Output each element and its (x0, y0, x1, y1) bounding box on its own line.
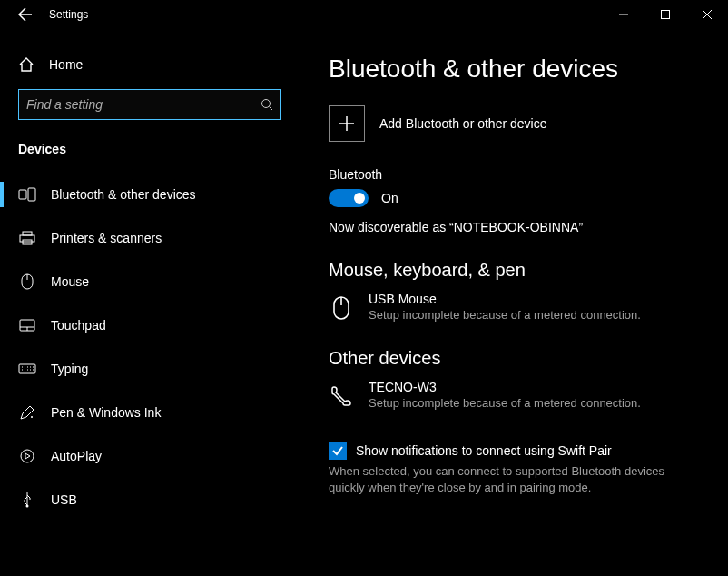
sidebar-item-autoplay[interactable]: AutoPlay (0, 434, 300, 478)
phone-icon (329, 380, 354, 412)
titlebar: Settings (0, 0, 728, 29)
sidebar-item-label: USB (51, 492, 77, 507)
pen-icon (18, 403, 36, 422)
sidebar-item-pen[interactable]: Pen & Windows Ink (0, 391, 300, 434)
sidebar-item-printers[interactable]: Printers & scanners (0, 216, 300, 260)
device-sub: Setup incomplete because of a metered co… (369, 308, 641, 322)
nav-list: Bluetooth & other devices Printers & sca… (0, 173, 300, 521)
group-title-mouse: Mouse, keyboard, & pen (329, 260, 699, 281)
minimize-icon (619, 10, 628, 19)
sidebar-item-label: AutoPlay (51, 449, 102, 463)
keyboard-icon (18, 360, 36, 378)
window-title: Settings (49, 8, 88, 21)
add-device-button[interactable]: Add Bluetooth or other device (329, 105, 699, 142)
plus-icon (329, 105, 365, 142)
device-row[interactable]: USB Mouse Setup incomplete because of a … (329, 292, 699, 324)
svg-rect-4 (23, 232, 32, 235)
sidebar-item-label: Mouse (51, 274, 89, 289)
printer-icon (18, 229, 36, 247)
bluetooth-toggle[interactable] (329, 189, 369, 207)
svg-rect-3 (28, 188, 35, 201)
svg-rect-9 (19, 364, 35, 373)
arrow-left-icon (18, 7, 33, 22)
device-name: TECNO-W3 (369, 380, 641, 394)
sidebar-item-touchpad[interactable]: Touchpad (0, 303, 300, 347)
swift-pair-desc: When selected, you can connect to suppor… (329, 463, 699, 496)
sidebar: Home Devices Bluetooth & other devices P… (0, 29, 300, 576)
sidebar-section-header: Devices (0, 134, 300, 167)
touchpad-icon (18, 316, 36, 334)
sidebar-item-label: Typing (51, 362, 88, 376)
svg-rect-0 (662, 11, 670, 19)
sidebar-item-label: Bluetooth & other devices (51, 187, 196, 202)
svg-point-12 (26, 505, 29, 508)
sidebar-item-usb[interactable]: USB (0, 478, 300, 521)
search-input[interactable] (18, 89, 281, 120)
page-title: Bluetooth & other devices (329, 55, 699, 84)
back-button[interactable] (7, 0, 44, 29)
autoplay-icon (18, 447, 36, 465)
home-label: Home (49, 57, 83, 72)
home-icon (18, 56, 34, 73)
main-content: Bluetooth & other devices Add Bluetooth … (300, 29, 728, 576)
minimize-button[interactable] (603, 0, 644, 29)
device-name: USB Mouse (369, 292, 641, 306)
discoverable-text: Now discoverable as “NOTEBOOK-OBINNA” (329, 220, 699, 234)
sidebar-item-typing[interactable]: Typing (0, 347, 300, 391)
add-device-label: Add Bluetooth or other device (379, 116, 546, 131)
device-row[interactable]: TECNO-W3 Setup incomplete because of a m… (329, 380, 699, 412)
sidebar-item-bluetooth[interactable]: Bluetooth & other devices (0, 173, 300, 216)
home-nav[interactable]: Home (0, 47, 300, 82)
bluetooth-devices-icon (18, 185, 36, 204)
mouse-icon (18, 273, 36, 291)
svg-point-10 (31, 416, 33, 418)
svg-rect-2 (19, 190, 26, 199)
search-icon (261, 98, 273, 111)
sidebar-item-label: Printers & scanners (51, 231, 162, 245)
swift-pair-checkbox[interactable] (329, 442, 347, 460)
bluetooth-header: Bluetooth (329, 167, 699, 182)
close-icon (703, 10, 712, 19)
maximize-button[interactable] (644, 0, 686, 29)
device-sub: Setup incomplete because of a metered co… (369, 396, 641, 410)
svg-rect-5 (20, 235, 34, 242)
bluetooth-toggle-state: On (381, 191, 398, 205)
sidebar-item-mouse[interactable]: Mouse (0, 260, 300, 303)
svg-point-1 (262, 100, 271, 108)
sidebar-item-label: Touchpad (51, 318, 106, 333)
usb-icon (18, 491, 36, 509)
svg-point-11 (21, 450, 34, 462)
mouse-device-icon (329, 292, 354, 324)
sidebar-item-label: Pen & Windows Ink (51, 405, 161, 420)
maximize-icon (661, 10, 670, 19)
check-icon (331, 444, 344, 457)
group-title-other: Other devices (329, 348, 699, 369)
close-button[interactable] (686, 0, 728, 29)
swift-pair-label: Show notifications to connect using Swif… (356, 443, 612, 458)
search-field[interactable] (26, 97, 261, 112)
